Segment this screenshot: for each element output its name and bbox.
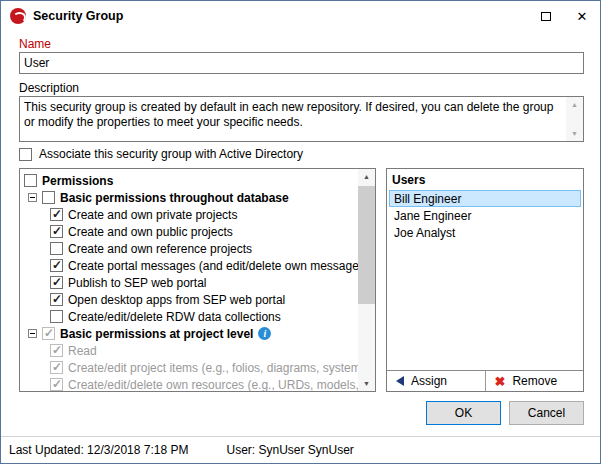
scrollbar-thumb[interactable] — [358, 186, 375, 304]
permission-item-row: Create and own public projects — [20, 223, 358, 240]
permission-checkbox[interactable] — [50, 242, 63, 255]
users-toolbar: Assign ✖ Remove — [387, 370, 583, 391]
permission-item-row: Create and own private projects — [20, 206, 358, 223]
close-icon: ✕ — [577, 10, 588, 23]
scroll-down-icon[interactable]: ▼ — [358, 376, 375, 391]
permission-checkbox[interactable] — [50, 225, 63, 238]
permission-label: Publish to SEP web portal — [68, 276, 207, 290]
active-directory-label: Associate this security group with Activ… — [39, 147, 303, 161]
permission-group-label: Basic permissions throughout database — [60, 191, 289, 205]
permission-label: Create/edit/delete own resources (e.g., … — [68, 378, 358, 392]
permission-item-row: Create/edit/delete own resources (e.g., … — [20, 376, 358, 391]
permission-label: Create and own private projects — [68, 208, 237, 222]
permission-checkbox[interactable] — [50, 310, 63, 323]
permission-group-checkbox[interactable] — [42, 191, 55, 204]
remove-x-icon: ✖ — [495, 375, 506, 388]
active-directory-row: Associate this security group with Activ… — [19, 147, 303, 161]
permission-item-row: Publish to SEP web portal — [20, 274, 358, 291]
maximize-button[interactable] — [528, 1, 564, 31]
permissions-header-row: Permissions — [20, 172, 358, 189]
permissions-panel: Permissions Basic permissions throughout… — [19, 168, 376, 392]
permission-group-row: Basic permissions at project level i — [20, 325, 358, 342]
status-user-text: User: SynUser SynUser — [226, 443, 353, 457]
permission-item-row: Create portal messages (and edit/delete … — [20, 257, 358, 274]
permission-label: Create and own public projects — [68, 225, 233, 239]
permission-label: Read — [68, 344, 97, 358]
app-logo-icon — [10, 8, 26, 24]
permission-group-checkbox[interactable] — [42, 327, 55, 340]
remove-button[interactable]: ✖ Remove — [486, 371, 584, 391]
user-list-item[interactable]: Joe Analyst — [389, 224, 581, 241]
permission-item-row: Open desktop apps from SEP web portal — [20, 291, 358, 308]
permission-label: Create and own reference projects — [68, 242, 252, 256]
users-header-label: Users — [387, 169, 583, 190]
security-group-dialog: Security Group ✕ Name Description This s… — [0, 0, 601, 464]
last-updated-text: Last Updated: 12/3/2018 7:18 PM — [9, 443, 188, 457]
permission-checkbox[interactable] — [50, 344, 63, 357]
permissions-tree: Permissions Basic permissions throughout… — [20, 169, 358, 391]
user-list-item[interactable]: Bill Engineer — [389, 190, 581, 207]
assign-button-label: Assign — [411, 374, 447, 388]
name-label: Name — [19, 37, 51, 51]
permission-item-row: Create/edit/delete RDW data collections — [20, 308, 358, 325]
ok-button[interactable]: OK — [426, 401, 501, 425]
maximize-icon — [541, 12, 551, 21]
scroll-up-icon[interactable]: ▲ — [566, 97, 583, 112]
permission-checkbox[interactable] — [50, 208, 63, 221]
permission-label: Create/edit/delete RDW data collections — [68, 310, 281, 324]
permission-item-row: Create/edit project items (e.g., folios,… — [20, 359, 358, 376]
permission-label: Create portal messages (and edit/delete … — [68, 259, 358, 273]
scroll-up-icon[interactable]: ▲ — [358, 169, 375, 184]
name-input[interactable] — [19, 52, 584, 74]
assign-arrow-icon — [396, 376, 404, 386]
status-bar: Last Updated: 12/3/2018 7:18 PM User: Sy… — [1, 436, 600, 463]
assign-button[interactable]: Assign — [387, 371, 486, 391]
permission-group-row: Basic permissions throughout database — [20, 189, 358, 206]
permission-checkbox[interactable] — [50, 293, 63, 306]
remove-button-label: Remove — [512, 374, 557, 388]
description-scrollbar[interactable]: ▲ ▼ — [566, 97, 583, 141]
window-controls: ✕ — [528, 1, 600, 31]
permission-checkbox[interactable] — [50, 259, 63, 272]
active-directory-checkbox[interactable] — [19, 148, 32, 161]
permission-item-row: Read — [20, 342, 358, 359]
collapse-expander-icon[interactable] — [28, 193, 37, 202]
permission-group-label: Basic permissions at project level — [60, 327, 253, 341]
description-label: Description — [19, 81, 79, 95]
permission-item-row: Create and own reference projects — [20, 240, 358, 257]
user-list-item[interactable]: Jane Engineer — [389, 207, 581, 224]
permission-label: Open desktop apps from SEP web portal — [68, 293, 285, 307]
permission-checkbox[interactable] — [50, 361, 63, 374]
collapse-expander-icon[interactable] — [28, 329, 37, 338]
permissions-scrollbar[interactable]: ▲ ▼ — [358, 169, 375, 391]
permission-checkbox[interactable] — [50, 378, 63, 391]
scroll-down-icon[interactable]: ▼ — [566, 126, 583, 141]
close-button[interactable]: ✕ — [564, 1, 600, 31]
permission-checkbox[interactable] — [50, 276, 63, 289]
window-title: Security Group — [33, 9, 123, 23]
description-textarea[interactable]: This security group is created by defaul… — [19, 96, 584, 142]
permission-label: Create/edit project items (e.g., folios,… — [68, 361, 358, 375]
permissions-master-checkbox[interactable] — [24, 174, 37, 187]
users-panel: Users Bill Engineer Jane Engineer Joe An… — [386, 168, 584, 392]
cancel-button[interactable]: Cancel — [509, 401, 584, 425]
titlebar: Security Group ✕ — [1, 1, 600, 31]
info-icon[interactable]: i — [258, 327, 271, 340]
description-text: This security group is created by defaul… — [24, 100, 561, 139]
permissions-header-label: Permissions — [42, 174, 113, 188]
